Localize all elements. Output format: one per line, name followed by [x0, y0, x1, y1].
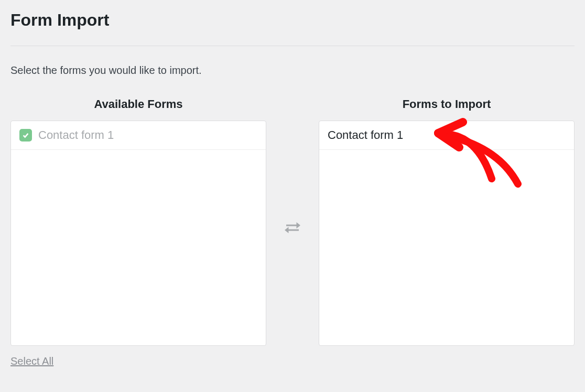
divider	[10, 46, 575, 46]
columns-wrapper: Available Forms Contact form 1 Forms to …	[10, 97, 575, 346]
available-form-label: Contact form 1	[38, 128, 114, 142]
import-form-label: Contact form 1	[328, 128, 403, 142]
available-forms-header: Available Forms	[94, 97, 182, 111]
forms-to-import-header: Forms to Import	[403, 97, 491, 111]
page-description: Select the forms you would like to impor…	[10, 64, 575, 77]
checkbox-checked-icon[interactable]	[19, 129, 32, 141]
select-all-link[interactable]: Select All	[10, 355, 575, 367]
transfer-arrows-icon	[282, 217, 303, 236]
forms-to-import-column: Forms to Import Contact form 1	[319, 97, 575, 346]
forms-to-import-panel: Contact form 1	[319, 121, 575, 346]
available-forms-panel: Contact form 1	[10, 121, 266, 346]
available-form-row[interactable]: Contact form 1	[11, 121, 266, 150]
page-title: Form Import	[10, 10, 575, 30]
import-form-row[interactable]: Contact form 1	[319, 121, 574, 150]
available-forms-column: Available Forms Contact form 1	[10, 97, 266, 346]
